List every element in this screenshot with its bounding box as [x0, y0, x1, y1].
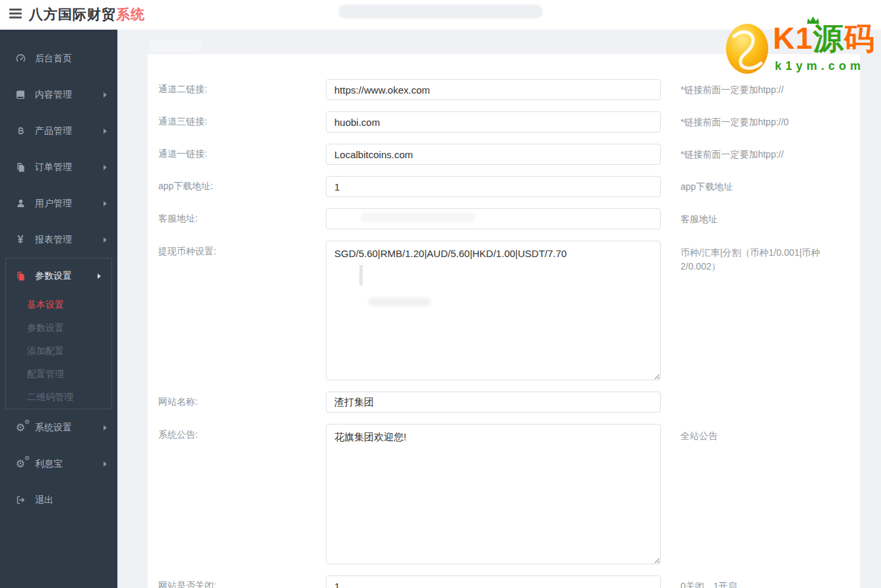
sidebar-subitem-label: 添加配置 — [27, 345, 64, 357]
logo-egg-icon — [725, 23, 769, 74]
sidebar-subitem-label: 配置管理 — [27, 368, 64, 380]
settings-form-card: 通道二链接: *链接前面一定要加htpp:// 通道三链接: *链接前面一定要加… — [148, 54, 860, 588]
form-row-announcement: 系统公告: 花旗集团欢迎您! 全站公告 — [148, 424, 860, 564]
sidebar-subitem-basic-settings[interactable]: 基本设置 — [6, 293, 111, 316]
logo-ma: 码 — [844, 21, 875, 55]
channel3-link-input[interactable] — [326, 111, 661, 132]
logo-yuan: 源 — [813, 21, 844, 55]
sidebar-item-lixibao[interactable]: ⚙⚙ 利息宝 — [0, 446, 117, 482]
sidebar-item-label: 系统设置 — [35, 422, 104, 434]
copy-icon — [15, 270, 26, 282]
sidebar-subitem-qrcode-manage[interactable]: 二维码管理 — [6, 386, 111, 409]
sidebar-item-logout[interactable]: 退出 — [0, 482, 117, 518]
sidebar-item-label: 报表管理 — [35, 234, 104, 246]
channel1-link-input[interactable] — [326, 144, 661, 165]
field-hint: *链接前面一定要加htpp://0 — [681, 115, 847, 129]
site-closed-input[interactable] — [326, 575, 661, 588]
sidebar-item-products[interactable]: 产品管理 — [0, 113, 117, 149]
field-hint: *链接前面一定要加htpp:// — [681, 148, 847, 162]
field-hint: *链接前面一定要加htpp:// — [681, 83, 847, 97]
sidebar-item-label: 后台首页 — [35, 53, 107, 65]
sidebar-group-params: 参数设置 基本设置 参数设置 添加配置 配置管理 二维码管理 — [5, 258, 112, 409]
chevron-right-icon — [104, 165, 107, 170]
chevron-right-icon — [104, 92, 107, 98]
site-name-input[interactable] — [326, 392, 661, 413]
sidebar-item-content[interactable]: 内容管理 — [0, 76, 117, 113]
service-address-input[interactable] — [326, 208, 661, 229]
title-main: 八方国际财贸 — [29, 7, 116, 22]
chevron-right-icon — [104, 425, 107, 430]
bitcoin-icon — [15, 125, 26, 137]
form-row-channel3: 通道三链接: *链接前面一定要加htpp://0 — [148, 111, 860, 132]
form-row-site-name: 网站名称: — [148, 392, 860, 413]
form-row-channel1: 通道一链接: *链接前面一定要加htpp:// — [148, 144, 860, 165]
form-row-withdraw-currency: 提现币种设置: SGD/5.60|RMB/1.20|AUD/5.60|HKD/1… — [148, 241, 860, 380]
sidebar-item-label: 产品管理 — [35, 125, 104, 137]
chevron-right-icon — [98, 274, 101, 279]
sidebar-item-reports[interactable]: ¥ 报表管理 — [0, 221, 117, 258]
sign-out-icon — [15, 494, 26, 506]
chevron-right-icon — [104, 129, 107, 134]
chevron-right-icon — [104, 201, 107, 206]
sidebar-item-params[interactable]: 参数设置 — [6, 258, 111, 293]
sidebar-subitem-add-config[interactable]: 添加配置 — [6, 339, 111, 363]
sidebar-subitem-config-manage[interactable]: 配置管理 — [6, 363, 111, 386]
form-label: 网站名称: — [158, 396, 326, 408]
app-download-input[interactable] — [326, 176, 661, 197]
chevron-right-icon — [104, 237, 107, 243]
channel2-link-input[interactable] — [326, 79, 661, 100]
field-hint: 全站公告 — [681, 424, 847, 443]
form-label: 通道三链接: — [158, 116, 326, 128]
gears-icon: ⚙⚙ — [15, 458, 26, 470]
chevron-right-icon — [104, 461, 107, 467]
page-title: 八方国际财贸系统 — [29, 5, 145, 24]
sidebar-item-users[interactable]: 用户管理 — [0, 185, 117, 221]
sidebar-item-label: 参数设置 — [35, 270, 98, 282]
logo-k1: K1 — [773, 21, 813, 55]
field-hint: 0关闭，1开启 — [681, 579, 847, 588]
logo-domain: k1ym.com — [775, 59, 865, 73]
copy-icon — [15, 162, 26, 173]
form-label: 提现币种设置: — [158, 241, 326, 258]
form-row-channel2: 通道二链接: *链接前面一定要加htpp:// — [148, 79, 860, 100]
sidebar-subitem-label: 基本设置 — [27, 299, 64, 311]
sidebar-subitem-label: 参数设置 — [27, 322, 64, 334]
announcement-textarea[interactable]: 花旗集团欢迎您! — [326, 424, 661, 564]
sidebar-item-label: 内容管理 — [35, 89, 104, 101]
field-hint: app下载地址 — [681, 180, 847, 194]
withdraw-currency-textarea[interactable]: SGD/5.60|RMB/1.20|AUD/5.60|HKD/1.00|USDT… — [326, 241, 661, 380]
form-label: 网站是否关闭: — [158, 580, 326, 588]
k1-logo: K1源码 k1ym.com — [725, 22, 870, 74]
menu-toggle-icon[interactable] — [9, 9, 22, 20]
form-label: 客服地址: — [158, 213, 326, 225]
title-accent: 系统 — [116, 7, 145, 22]
sidebar-item-label: 利息宝 — [35, 458, 104, 470]
form-row-service-address: 客服地址: 客服地址 — [148, 208, 860, 229]
sidebar-item-label: 订单管理 — [35, 162, 104, 173]
user-icon — [15, 198, 26, 210]
sidebar: 后台首页 内容管理 产品管理 订单管理 — [0, 30, 117, 588]
form-label: 通道一链接: — [158, 148, 326, 160]
form-row-site-closed: 网站是否关闭: 0关闭，1开启 — [148, 575, 860, 588]
sidebar-item-dashboard[interactable]: 后台首页 — [0, 40, 117, 76]
redaction-blur — [338, 5, 543, 18]
form-label: app下载地址: — [158, 181, 326, 192]
book-icon — [15, 89, 26, 101]
sidebar-subitem-label: 二维码管理 — [27, 392, 73, 403]
sidebar-item-label: 退出 — [35, 494, 107, 506]
field-hint: 客服地址 — [681, 212, 847, 226]
logo-text: K1源码 — [773, 22, 875, 55]
form-row-app-download: app下载地址: app下载地址 — [148, 176, 860, 197]
redaction-blur — [149, 40, 202, 52]
sidebar-item-system-settings[interactable]: ⚙⚙ 系统设置 — [0, 409, 117, 446]
yen-icon: ¥ — [15, 234, 26, 246]
field-hint: 币种/汇率|分割（币种1/0.001|币种2/0.002） — [681, 241, 847, 274]
sidebar-subitem-param-settings[interactable]: 参数设置 — [6, 316, 111, 339]
form-label: 通道二链接: — [158, 84, 326, 96]
dashboard-icon — [15, 53, 26, 65]
form-label: 系统公告: — [158, 424, 326, 441]
sidebar-item-label: 用户管理 — [35, 198, 104, 210]
sidebar-item-orders[interactable]: 订单管理 — [0, 149, 117, 185]
gears-icon: ⚙⚙ — [15, 422, 26, 434]
